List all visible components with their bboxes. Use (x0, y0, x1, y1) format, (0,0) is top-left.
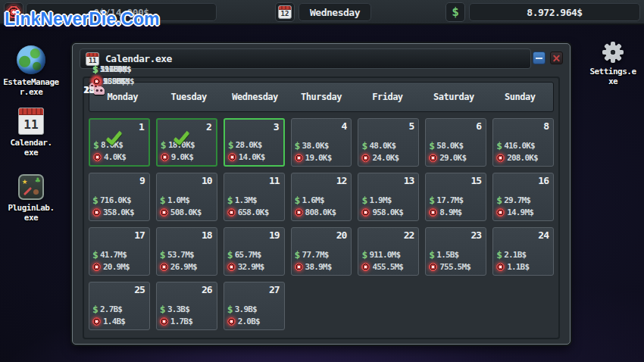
expense-value: 358.0K$ (103, 208, 134, 217)
weekday-label: Friday (355, 92, 420, 102)
calendar-day-cell[interactable]: 9 $ 716.0K$ 358.0K$ (89, 173, 150, 221)
expense-value: 24.0K$ (372, 153, 399, 163)
income-row: $ 53.7M$ (160, 250, 194, 260)
desktop-icon-pluginlab[interactable]: ★ ♣ PluginLab. exe (0, 174, 62, 223)
expense-row: 2.0B$ (227, 317, 260, 326)
expense-value: 26.9M$ (170, 262, 197, 272)
income-dollar-icon: $ (361, 250, 367, 260)
window-title-bar[interactable]: 11 Calendar.exe (80, 48, 531, 69)
calendar-day-cell[interactable]: 6 $ 58.0K$ 29.0K$ (425, 118, 486, 167)
expense-value: 20.9M$ (103, 262, 130, 272)
income-dollar-icon: $ (429, 195, 434, 205)
day-number: 10 (202, 175, 212, 186)
expense-target-icon (361, 208, 370, 217)
calendar-icon-number: 12 (279, 10, 291, 18)
calendar-day-cell[interactable]: 16 $ 29.7M$ 14.9M$ (492, 173, 554, 221)
star-icon: ★ (22, 176, 27, 186)
expense-value: 14.0K$ (239, 152, 265, 162)
calendar-day-cell[interactable]: 13 $ 1.9M$ 958.0K$ (358, 173, 419, 221)
calendar-day-cell[interactable]: 11 $ 1.3M$ 658.0K$ (224, 173, 285, 221)
income-row: $ 65.7M$ (227, 250, 261, 260)
desktop-icon-calendar[interactable]: 11 Calendar. exe (0, 108, 62, 158)
calendar-day-cell[interactable]: 17 $ 41.7M$ 20.9M$ (89, 227, 150, 276)
close-button[interactable] (550, 51, 563, 64)
expense-row: 24.0K$ (361, 153, 399, 163)
calendar-day-cell[interactable]: 27 $ 3.9B$ 2.0B$ (224, 282, 285, 330)
income-value: 53.7M$ (167, 250, 194, 260)
expense-target-icon (160, 263, 168, 271)
calendar-day-cell[interactable]: 2 $ 18.0K$ 9.0K$ (156, 118, 217, 167)
income-dollar-icon: $ (496, 141, 502, 151)
expense-row: 19.0K$ (295, 153, 332, 163)
income-row: $ 3.9B$ (227, 304, 257, 314)
expense-target-icon (295, 263, 303, 271)
expense-row: 958.0K$ (361, 208, 403, 217)
income-value: 2.7B$ (100, 304, 122, 314)
income-row: $ 1.0M$ (160, 195, 189, 205)
desktop-icon-label: EstateManage r.exe (0, 77, 62, 97)
calendar-day-cell[interactable]: 25 $ 2.7B$ 1.4B$ (89, 282, 150, 330)
expense-target-icon (161, 153, 169, 161)
clover-icon: ♣ (35, 176, 40, 186)
income-value: 716.0K$ (100, 195, 131, 205)
calendar-day-cell[interactable]: 3 $ 28.0K$ 14.0K$ (224, 118, 285, 167)
expense-target-icon (160, 208, 168, 217)
calendar-app-icon: 11 (18, 108, 44, 135)
expense-target-icon (429, 154, 437, 162)
calendar-day-cell[interactable]: 5 $ 48.0K$ 24.0K$ (358, 118, 419, 167)
expense-target-icon (496, 263, 505, 271)
calendar-day-cell[interactable]: 24 $ 2.1B$ 1.1B$ (492, 227, 554, 276)
calendar-day-cell[interactable]: 12 $ 1.6M$ 808.0K$ (291, 173, 352, 221)
income-dollar-icon: $ (227, 195, 233, 205)
calendar-day-cell[interactable]: 18 $ 53.7M$ 26.9M$ (156, 227, 217, 276)
weekday-label: Wednesday (222, 92, 288, 102)
calendar-content-panel: MondayTuesdayWednesdayThursdayFridaySatu… (83, 76, 560, 339)
calendar-day-cell[interactable]: 19 $ 65.7M$ 32.9M$ (224, 227, 285, 276)
expense-target-icon (92, 263, 101, 271)
calendar-icon-number: 11 (19, 115, 43, 134)
income-row: $ 416.0K$ (496, 141, 535, 151)
weekday-label: Thursday (288, 92, 354, 102)
expense-value: 14.9M$ (507, 208, 533, 217)
calendar-day-cell[interactable]: 23 $ 1.5B$ 755.5M$ (425, 227, 486, 276)
calendar-day-cell[interactable]: 22 $ 911.0M$ 455.5M$ (358, 227, 419, 276)
desktop-icon-settings[interactable]: Settings.e xe (585, 41, 641, 86)
expense-value: 658.0K$ (238, 208, 269, 217)
expense-value: 208.0K$ (507, 153, 538, 163)
income-value: 58.0K$ (436, 141, 463, 151)
desktop-icon-estatemanager[interactable]: EstateManage r.exe (0, 45, 62, 97)
calendar-day-button[interactable]: 12 (275, 2, 295, 22)
income-dollar-icon: $ (92, 195, 98, 205)
calendar-day-cell[interactable]: 20 $ 77.7M$ 38.9M$ (291, 227, 352, 276)
expense-value: 508.0K$ (170, 208, 202, 217)
calendar-day-cell[interactable]: 28 $ 19.6B$ 9.8B$ (89, 82, 99, 90)
day-number: 20 (336, 229, 347, 241)
income-dollar-icon: $ (92, 304, 98, 314)
calendar-icon: 12 (278, 5, 292, 19)
expense-row: 14.0K$ (228, 152, 265, 162)
income-dollar-icon: $ (160, 195, 165, 205)
income-value: 38.0K$ (302, 141, 329, 151)
minimize-button[interactable] (533, 51, 546, 64)
expense-row: 1.4B$ (92, 317, 125, 326)
money-button[interactable]: $ (445, 2, 465, 22)
income-row: $ 716.0K$ (92, 195, 131, 205)
desktop-icon-label: PluginLab. exe (0, 203, 62, 223)
calendar-day-cell[interactable]: 26 $ 3.3B$ 1.7B$ (156, 282, 217, 330)
income-value: 48.0K$ (369, 141, 395, 151)
calendar-day-cell[interactable]: 10 $ 1.0M$ 508.0K$ (156, 173, 217, 221)
income-row: $ 911.0M$ (361, 250, 400, 260)
expense-row: 38.9M$ (295, 262, 332, 272)
income-dollar-icon: $ (361, 195, 367, 205)
expense-row: 8.9M$ (429, 208, 461, 217)
day-number: 16 (538, 175, 549, 186)
label-line: Calendar. (0, 138, 62, 148)
expense-row: 808.0K$ (295, 208, 336, 217)
income-row: $ 1.5B$ (429, 250, 458, 260)
calendar-day-cell[interactable]: 1 $ 8.0K$ 4.0K$ (89, 118, 150, 167)
calendar-day-cell[interactable]: 4 $ 38.0K$ 19.0K$ (291, 118, 352, 167)
calendar-day-cell[interactable]: 15 $ 17.7M$ 8.9M$ (425, 173, 486, 221)
minimize-icon (536, 58, 542, 59)
calendar-day-cell[interactable]: 8 $ 416.0K$ 208.0K$ (492, 118, 554, 167)
calendar-window: 11 Calendar.exe MondayTuesdayWednesdayTh… (72, 43, 571, 345)
